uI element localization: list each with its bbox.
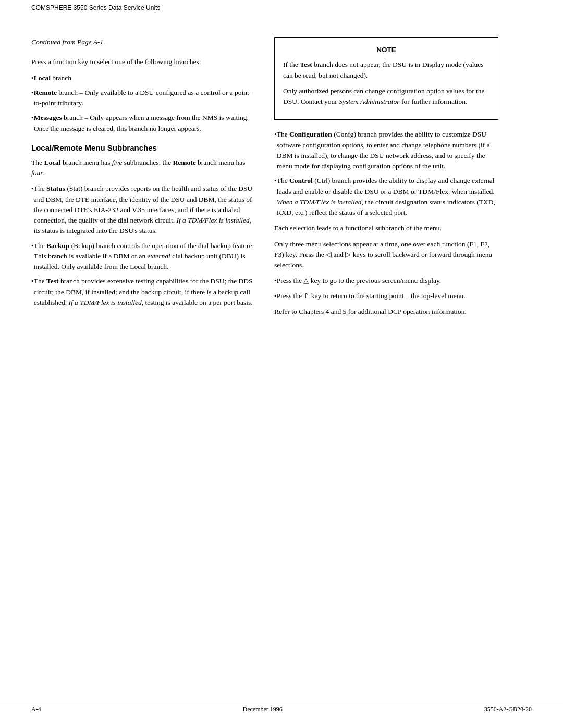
- branch-messages-bold: Messages: [34, 114, 62, 121]
- intro-paragraph: Press a function key to select one of th…: [31, 57, 255, 67]
- list-item: • The Control (Ctrl) branch provides the…: [274, 176, 498, 218]
- continued-from: Continued from Page A-1.: [31, 37, 255, 47]
- subbranch-status: The Status (Stat) branch provides report…: [34, 183, 255, 236]
- bullet-up-arrow: Press the △ key to go to the previous sc…: [277, 276, 498, 286]
- page-header: COMSPHERE 3550 Series Data Service Units: [0, 0, 563, 16]
- branch-configuration: The Configuration (Confg) branch provide…: [277, 129, 498, 171]
- page: COMSPHERE 3550 Series Data Service Units…: [0, 0, 563, 728]
- subbranches-list: • The Status (Stat) branch provides repo…: [31, 183, 255, 308]
- branch-remote: Remote branch – Only available to a DSU …: [34, 88, 255, 109]
- note-line1: If the Test branch does not appear, the …: [283, 59, 489, 81]
- list-item: • The Test branch provides extensive tes…: [31, 276, 255, 308]
- branch-local-bold: Local: [34, 74, 51, 82]
- more-branches-list: • The Configuration (Confg) branch provi…: [274, 129, 498, 218]
- page-footer: A-4 December 1996 3550-A2-GB20-20: [0, 702, 563, 713]
- branch-messages: Messages branch – Only appears when a me…: [34, 113, 255, 134]
- subbranch-backup: The Backup (Bckup) branch controls the o…: [34, 241, 255, 273]
- para-subbranch: Each selection leads to a functional sub…: [274, 223, 498, 233]
- footer-left: A-4: [31, 706, 41, 713]
- list-item: • Messages branch – Only appears when a …: [31, 113, 255, 134]
- bullet-double-arrow: Press the ⇑ key to return to the startin…: [277, 291, 498, 301]
- list-item: • Local branch: [31, 73, 255, 83]
- arrow-bullets: • Press the △ key to go to the previous …: [274, 276, 498, 301]
- note-line2: Only authorized persons can change confi…: [283, 86, 489, 107]
- subbranch-intro: The Local branch menu has five subbranch…: [31, 157, 255, 179]
- note-box: NOTE If the Test branch does not appear,…: [274, 37, 498, 120]
- list-item: • Press the △ key to go to the previous …: [274, 276, 498, 286]
- right-column: NOTE If the Test branch does not appear,…: [274, 37, 498, 322]
- branch-remote-bold: Remote: [34, 89, 57, 96]
- page-content: Continued from Page A-1. Press a functio…: [0, 16, 563, 353]
- up-arrow-icon: △: [303, 276, 309, 286]
- list-item: • The Status (Stat) branch provides repo…: [31, 183, 255, 236]
- para-refer: Refer to Chapters 4 and 5 for additional…: [274, 306, 498, 317]
- left-column: Continued from Page A-1. Press a functio…: [31, 37, 255, 322]
- branch-control: The Control (Ctrl) branch provides the a…: [277, 176, 498, 218]
- list-item: • Press the ⇑ key to return to the start…: [274, 291, 498, 301]
- footer-right: 3550-A2-GB20-20: [484, 706, 532, 713]
- note-title: NOTE: [283, 45, 489, 55]
- section-heading: Local/Remote Menu Subbranches: [31, 143, 255, 152]
- footer-center: December 1996: [243, 706, 283, 713]
- subbranch-test: The Test branch provides extensive testi…: [34, 276, 255, 308]
- list-item: • Remote branch – Only available to a DS…: [31, 88, 255, 109]
- branches-list: • Local branch • Remote branch – Only av…: [31, 73, 255, 134]
- branch-local: Local branch: [34, 73, 255, 83]
- double-arrow-icon: ⇑: [303, 291, 309, 301]
- para-three-selections: Only three menu selections appear at a t…: [274, 239, 498, 271]
- list-item: • The Configuration (Confg) branch provi…: [274, 129, 498, 171]
- header-title: COMSPHERE 3550 Series Data Service Units: [31, 4, 160, 11]
- list-item: • The Backup (Bckup) branch controls the…: [31, 241, 255, 273]
